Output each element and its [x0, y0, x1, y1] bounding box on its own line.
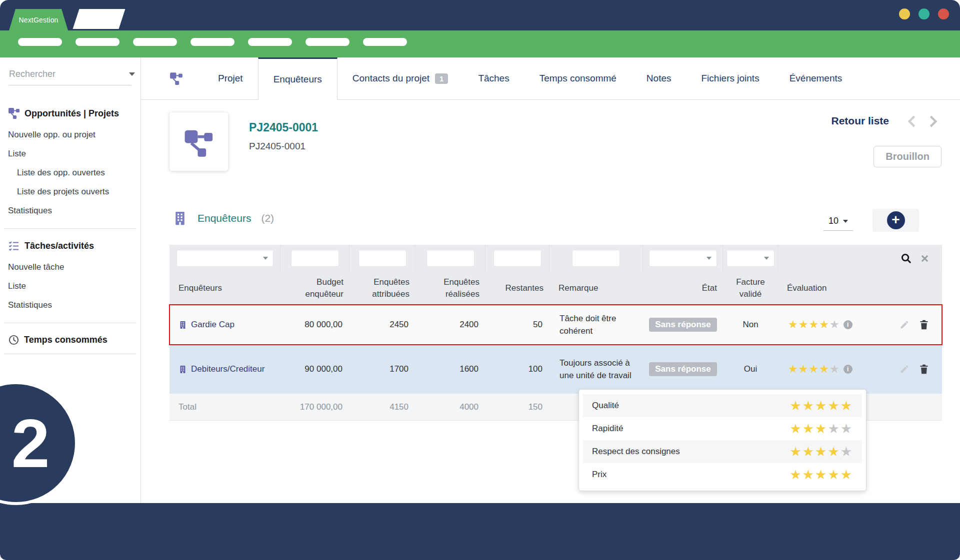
section-count: (2) — [261, 212, 274, 224]
filter-restantes-input[interactable] — [494, 250, 542, 267]
maximize-dot-icon[interactable] — [918, 8, 930, 19]
close-dot-icon[interactable] — [938, 8, 949, 19]
status-badge[interactable]: Brouillon — [874, 146, 942, 167]
hierarchy-icon — [170, 72, 183, 85]
rating-row-rapidite: Rapidité ★★★★★ — [583, 417, 862, 440]
sidebar-item-liste-projets-ouverts[interactable]: Liste des projets ouverts — [8, 182, 134, 201]
enqueteur-name-link[interactable]: Gardie Cap — [191, 320, 234, 330]
rating-stars[interactable]: ★★★★★ i — [778, 363, 880, 376]
sidebar-item-liste-opp-ouvertes[interactable]: Liste des opp. ouvertes — [8, 163, 134, 182]
cell-attribuees: 1700 — [350, 364, 416, 374]
sidebar-section-header[interactable]: Temps consommés — [8, 334, 134, 346]
enqueteur-name-link[interactable]: Debiteurs/Crediteur — [191, 364, 264, 374]
section-title: Opportunités | Projets — [24, 108, 119, 119]
table-row-gardie-cap[interactable]: Gardie Cap 80 000,00 2450 2400 50 Tâche … — [170, 305, 942, 345]
search-input[interactable] — [9, 69, 125, 79]
chevron-down-icon — [706, 257, 712, 260]
col-header-realisees[interactable]: Enquêtes réalisées — [416, 272, 486, 304]
chevron-down-icon — [764, 257, 769, 260]
app-window: NextGestion — [0, 0, 960, 560]
tab-notes[interactable]: Notes — [632, 57, 686, 99]
rating-stars: ★★★★★ — [790, 421, 853, 437]
chevron-right-icon[interactable] — [928, 115, 939, 128]
building-icon — [178, 321, 187, 329]
brand-tab[interactable]: NextGestion — [9, 9, 68, 30]
tab-contacts[interactable]: Contacts du projet 1 — [338, 57, 464, 99]
secondary-tab[interactable] — [73, 9, 126, 29]
building-icon — [178, 365, 187, 374]
sidebar-item-nouvelle-tache[interactable]: Nouvelle tâche — [8, 258, 134, 277]
section-title: Tâches/activités — [24, 241, 94, 251]
back-to-list-link[interactable]: Retour liste — [831, 115, 889, 127]
nav-pill[interactable] — [363, 38, 407, 46]
col-header-etat[interactable]: État — [643, 278, 723, 298]
delete-trash-icon[interactable] — [919, 364, 929, 375]
cell-budget: 90 000,00 — [280, 364, 350, 374]
sidebar-item-nouvelle-opp[interactable]: Nouvelle opp. ou projet — [8, 125, 134, 144]
rating-info-icon[interactable]: i — [844, 320, 852, 329]
sidebar-section-header[interactable]: Opportunités | Projets — [8, 107, 134, 119]
clock-icon — [8, 334, 20, 346]
col-header-facture[interactable]: Facture validé — [723, 272, 778, 304]
rating-stars: ★★★★★ — [790, 398, 853, 414]
top-nav-bar — [0, 30, 960, 57]
divider — [4, 323, 136, 323]
search-icon[interactable] — [900, 253, 912, 264]
chevron-down-icon[interactable] — [129, 72, 135, 76]
section-title: Enquêteurs — [198, 212, 251, 224]
nav-pill[interactable] — [76, 38, 120, 46]
project-avatar — [170, 112, 228, 171]
delete-trash-icon[interactable] — [919, 319, 929, 330]
col-header-budget[interactable]: Budget enquêteur — [280, 272, 350, 304]
col-header-remarque[interactable]: Remarque — [550, 278, 643, 298]
nav-pill[interactable] — [306, 38, 350, 46]
cell-realisees: 1600 — [416, 364, 486, 374]
nav-links — [18, 38, 407, 46]
sidebar-item-statistiques[interactable]: Statistiques — [8, 201, 134, 220]
tab-evenements[interactable]: Événements — [774, 57, 858, 99]
filter-remarque-input[interactable] — [572, 250, 620, 267]
sidebar-item-statistiques-taches[interactable]: Statistiques — [8, 296, 134, 315]
total-budget: 170 000,00 — [280, 402, 350, 412]
enqueteurs-section-bar: Enquêteurs (2) 10 + — [141, 200, 960, 245]
col-header-restantes[interactable]: Restantes — [486, 278, 550, 298]
filter-enqueteurs-select[interactable] — [176, 250, 274, 267]
cell-remarque: Tâche doit être cohérent — [550, 307, 643, 343]
filter-etat-select[interactable] — [649, 250, 717, 267]
tab-fichiers-joints[interactable]: Fichiers joints — [686, 57, 774, 99]
filter-attribuees-input[interactable] — [358, 250, 406, 267]
add-enqueteur-button[interactable]: + — [872, 209, 919, 232]
sidebar-section-opportunites: Opportunités | Projets Nouvelle opp. ou … — [0, 107, 140, 220]
sidebar-section-header[interactable]: Tâches/activités — [8, 240, 134, 252]
rating-stars: ★★★★★ — [790, 444, 853, 460]
filter-realisees-input[interactable] — [426, 250, 474, 267]
filter-facture-select[interactable] — [726, 250, 774, 267]
rating-info-icon[interactable]: i — [844, 365, 852, 374]
cell-attribuees: 2450 — [350, 320, 416, 330]
nav-pill[interactable] — [18, 38, 62, 46]
tab-taches[interactable]: Tâches — [463, 57, 524, 99]
col-header-enqueteurs[interactable]: Enquêteurs — [170, 278, 280, 298]
minimize-dot-icon[interactable] — [899, 8, 910, 19]
plus-icon: + — [887, 211, 905, 229]
nav-pill[interactable] — [190, 38, 234, 46]
filter-budget-input[interactable] — [291, 250, 339, 267]
edit-pencil-icon[interactable] — [900, 364, 910, 374]
page-size-select[interactable]: 10 — [824, 214, 853, 231]
rating-stars[interactable]: ★★★★★ i — [778, 318, 880, 331]
tab-enqueteurs[interactable]: Enquêteurs — [258, 57, 338, 100]
sidebar-item-liste-taches[interactable]: Liste — [8, 277, 134, 296]
chevron-left-icon[interactable] — [906, 115, 917, 128]
nav-pill[interactable] — [133, 38, 177, 46]
edit-pencil-icon[interactable] — [900, 320, 910, 330]
table-row-debiteurs-crediteur[interactable]: Debiteurs/Crediteur 90 000,00 1700 1600 … — [170, 345, 942, 394]
rating-detail-popup: Qualité ★★★★★ Rapidité ★★★★★ Respect des… — [578, 389, 866, 491]
etat-badge: Sans réponse — [649, 318, 717, 332]
col-header-attribuees[interactable]: Enquêtes attribuées — [350, 272, 416, 304]
sidebar-item-liste[interactable]: Liste — [8, 144, 134, 163]
clear-filters-icon[interactable] — [920, 254, 929, 263]
tab-temps-consomme[interactable]: Temps consommé — [524, 57, 632, 99]
tab-projet[interactable]: Projet — [203, 57, 258, 99]
nav-pill[interactable] — [248, 38, 292, 46]
col-header-evaluation[interactable]: Évaluation — [778, 278, 880, 298]
